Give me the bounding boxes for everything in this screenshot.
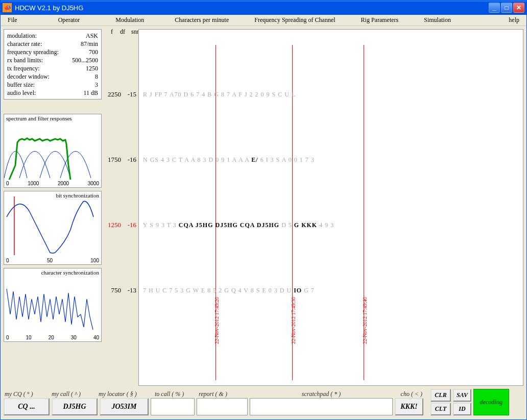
- maximize-button[interactable]: □: [501, 3, 512, 13]
- decoded-line: R J FP 7 A70 D 6 7 4 B G 8 7 A F J 2 2 0…: [143, 91, 519, 98]
- parameters-panel: modulation:ASK character rate:87/min fre…: [4, 29, 102, 100]
- menu-operator[interactable]: Operator: [53, 15, 85, 25]
- frequency-ruler: f df snr 2250-151750-161250-16750-13: [102, 29, 138, 386]
- ruler-tick: 750-13: [102, 286, 138, 294]
- value-audio-level: 11 dB: [83, 89, 98, 97]
- title-bar: 📣 HDCW V2.1 by DJ5HG _ □ ✕: [1, 1, 526, 15]
- menu-file[interactable]: File: [3, 15, 22, 25]
- ruler-tick: 2250-15: [102, 90, 138, 98]
- id-button[interactable]: ID: [453, 403, 471, 415]
- ruler-tick: 1750-16: [102, 156, 138, 164]
- charsync-graph: character synchronization 0 10 20 30 40: [4, 268, 102, 342]
- label-scratchpad: scratchpad ( * ): [249, 390, 393, 398]
- label-freq-spread: frequency spreading:: [7, 48, 59, 56]
- ruler-df-label: df: [120, 28, 125, 36]
- spectrum-title: spectrum and filter responses: [6, 115, 72, 121]
- bottom-bar: my CQ ( ° ) my call ( ^ ) my locator ( §…: [1, 389, 526, 419]
- time-marker-label: 22-Nov-2012 17:49:30: [291, 297, 296, 344]
- scratchpad-input[interactable]: [250, 398, 393, 415]
- label-audio-level: audio level:: [7, 89, 36, 97]
- ruler-f-label: f: [111, 28, 113, 36]
- time-marker-label: 22-Nov-2012 17:49:20: [214, 297, 220, 344]
- value-char-rate: 87/min: [81, 40, 98, 48]
- label-tx-freq: tx frequency:: [7, 64, 40, 72]
- ruler-tick: 1250-16: [102, 221, 138, 229]
- menu-cpm[interactable]: Characters per minute: [170, 15, 234, 25]
- label-my-call: my call ( ^ ): [51, 390, 98, 398]
- app-icon: 📣: [3, 3, 12, 12]
- label-rx-limits: rx band limits:: [7, 56, 43, 64]
- menu-rig-params[interactable]: Rig Parameters: [356, 15, 404, 25]
- label-modulation: modulation:: [7, 32, 37, 40]
- kkk-button[interactable]: KKK!: [395, 398, 423, 415]
- clr-button[interactable]: CLR: [430, 389, 451, 402]
- close-button[interactable]: ✕: [513, 3, 524, 13]
- menu-modulation[interactable]: Modulation: [110, 15, 149, 25]
- value-tx-freq: 1250: [86, 64, 98, 72]
- waterfall-display[interactable]: 22-Nov-2012 17:49:2022-Nov-2012 17:49:30…: [138, 29, 523, 386]
- bitsync-xaxis: 0 50 100: [4, 258, 101, 264]
- menu-bar: File Operator Modulation Characters per …: [1, 15, 526, 26]
- sav-button[interactable]: SAV: [453, 389, 471, 402]
- label-buffer-size: buffer size:: [7, 81, 35, 89]
- cq-button[interactable]: CQ ...: [4, 398, 50, 415]
- label-my-locator: my locator ( § ): [98, 390, 154, 398]
- window-title: HDCW V2.1 by DJ5HG: [15, 4, 489, 12]
- clt-button[interactable]: CLT: [430, 403, 451, 415]
- bitsync-title: bit synchronization: [56, 192, 99, 199]
- label-char-rate: character rate:: [7, 40, 42, 48]
- decoded-line: N GS 4 3 C T A A 8 3 D 0 9 1 A A A E/ 6 …: [143, 156, 519, 164]
- decoded-line: Y S 9 3 T 3 CQA J5HG DJ5HG CQA DJ5HG D 5…: [143, 221, 519, 229]
- report-input[interactable]: [197, 398, 248, 415]
- menu-help[interactable]: help: [504, 15, 524, 25]
- label-report: report ( & ): [198, 390, 249, 398]
- label-decoder-window: decoder window:: [7, 72, 50, 81]
- my-locator-button[interactable]: JO53IM: [100, 398, 149, 415]
- menu-simulation[interactable]: Simulation: [419, 15, 456, 25]
- to-call-input[interactable]: [151, 398, 195, 415]
- bitsync-graph: bit synchronization 0 50 100: [4, 191, 102, 265]
- spectrum-graph: spectrum and filter responses 0 1000 200…: [4, 114, 102, 188]
- value-modulation: ASK: [86, 32, 98, 40]
- minimize-button[interactable]: _: [489, 3, 500, 13]
- label-to-call: to call ( % ): [154, 390, 198, 398]
- my-call-button[interactable]: DJ5HG: [52, 398, 98, 415]
- label-cho: cho ( < ): [393, 390, 422, 398]
- charsync-title: character synchronization: [41, 269, 99, 276]
- value-decoder-window: 8: [95, 72, 98, 81]
- value-rx-limits: 500...2500: [72, 56, 98, 64]
- time-marker-label: 22-Nov-2012 17:49:40: [362, 297, 368, 344]
- decoding-indicator: decoding: [473, 389, 509, 415]
- decoded-line: 7 H U C 7 5 3 G W E 8 5 2 G Q 4 V 8 S E …: [143, 287, 519, 294]
- value-freq-spread: 700: [89, 48, 98, 56]
- spectrum-xaxis: 0 1000 2000 3000: [4, 181, 101, 187]
- label-my-cq: my CQ ( ° ): [4, 390, 51, 398]
- ruler-snr-label: snr: [131, 28, 139, 36]
- value-buffer-size: 3: [95, 81, 98, 89]
- charsync-xaxis: 0 10 20 30 40: [4, 335, 101, 341]
- menu-freq-spread[interactable]: Frequency Spreading of Channel: [249, 15, 340, 25]
